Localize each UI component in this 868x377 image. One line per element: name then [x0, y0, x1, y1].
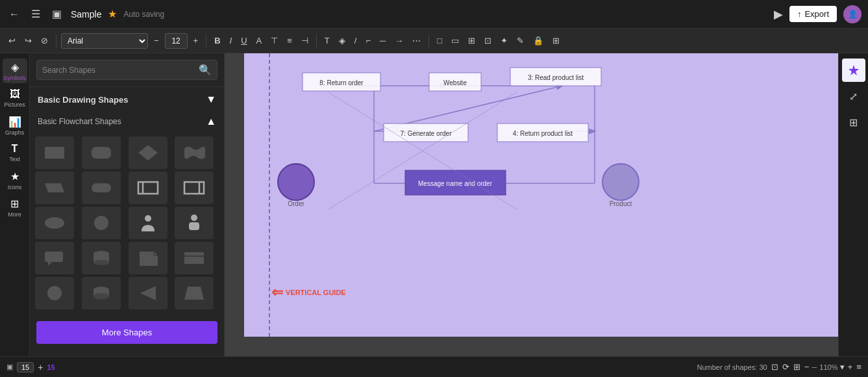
shape-rect[interactable]: [35, 136, 74, 169]
dash-button[interactable]: ⋯: [409, 34, 424, 47]
ai-button[interactable]: [842, 58, 865, 82]
line-style-button[interactable]: ─: [377, 34, 389, 47]
panel-button[interactable]: ≡: [856, 362, 862, 372]
sidebar-item-icons[interactable]: ★ Icons: [3, 168, 27, 192]
extra2-button[interactable]: ⊡: [481, 34, 495, 47]
svg-point-24: [93, 293, 109, 300]
text-button[interactable]: T: [321, 34, 333, 47]
shape-rounded-rect[interactable]: [82, 136, 121, 169]
more-shapes-button[interactable]: More Shapes: [36, 321, 217, 344]
fit-button[interactable]: ⊡: [771, 362, 778, 372]
shape-open-rect[interactable]: [129, 172, 167, 204]
zoom-in-button[interactable]: +: [847, 362, 852, 372]
back-button[interactable]: ←: [6, 6, 22, 23]
vertical-guide-label: ⇐ VERTICAL GUIDE: [271, 284, 346, 301]
basic-flowchart-section-header[interactable]: Basic Flowchart Shapes ▲: [30, 112, 224, 131]
shape-barrel[interactable]: [82, 277, 121, 309]
underline-button[interactable]: U: [238, 34, 250, 47]
basic-drawing-section-header[interactable]: Basic Drawing Shapes ▼: [30, 87, 224, 112]
bold-button[interactable]: B: [211, 34, 223, 47]
separator2: [206, 34, 206, 47]
redo-button[interactable]: ↪: [21, 34, 35, 47]
font-size-input[interactable]: [165, 33, 188, 49]
shape-pill[interactable]: [82, 172, 121, 204]
svg-rect-14: [45, 252, 63, 262]
undo-button[interactable]: ↩: [5, 34, 19, 47]
align-top-button[interactable]: ⊤: [267, 34, 281, 47]
extra1-button[interactable]: ⊞: [465, 34, 478, 47]
export-icon: ↑: [797, 9, 802, 19]
shape-open-rect2[interactable]: [175, 172, 214, 204]
shape-wave[interactable]: [175, 136, 214, 169]
add-page-button[interactable]: +: [38, 362, 43, 372]
sidebar-item-text[interactable]: T Text: [3, 140, 27, 165]
svg-point-11: [145, 215, 151, 222]
table-button[interactable]: ⊞: [549, 34, 563, 47]
rect-button[interactable]: □: [434, 34, 445, 47]
tab-button[interactable]: ▣: [49, 5, 64, 23]
align-right-button[interactable]: ⊣: [298, 34, 312, 47]
fill-button[interactable]: ◈: [336, 34, 349, 47]
menu-button[interactable]: ☰: [29, 5, 43, 23]
shape-circle2[interactable]: [35, 277, 74, 309]
sidebar-item-graphs[interactable]: 📊 Graphs: [3, 113, 27, 138]
cursor-button[interactable]: ⊘: [38, 34, 51, 47]
extra3-button[interactable]: ✦: [497, 34, 511, 47]
zoom-minus-icon: ─: [812, 363, 817, 371]
graphs-label: Graphs: [5, 129, 25, 136]
lock-button[interactable]: 🔒: [530, 34, 547, 47]
page-number-display[interactable]: 15: [17, 362, 34, 372]
play-button[interactable]: ▶: [774, 7, 783, 21]
canvas-area[interactable]: 8: Return order Website 3: Read product …: [225, 53, 838, 356]
svg-marker-26: [184, 287, 204, 300]
sync-button[interactable]: ⟳: [782, 362, 789, 372]
icons-icon: ★: [10, 170, 19, 183]
arrow-button[interactable]: →: [391, 34, 406, 47]
shape-person[interactable]: [129, 207, 167, 239]
corner-button[interactable]: ⌐: [362, 34, 374, 47]
font-size-plus-button[interactable]: +: [190, 34, 202, 47]
shape-striped-rect[interactable]: [175, 242, 214, 274]
shape-note[interactable]: [129, 242, 167, 274]
search-input[interactable]: [42, 66, 199, 75]
export-button[interactable]: ↑ Export: [789, 6, 837, 22]
shape-callout[interactable]: [35, 242, 74, 274]
align-center-button[interactable]: ≡: [284, 34, 295, 47]
shape-ellipse[interactable]: [35, 207, 74, 239]
font-size-minus-button[interactable]: −: [151, 34, 162, 47]
svg-text:8: Return order: 8: Return order: [319, 79, 364, 86]
shape-circle[interactable]: [82, 207, 121, 239]
shape-person2[interactable]: [175, 207, 214, 239]
font-family-select[interactable]: Arial Helvetica Times New Roman: [61, 33, 148, 49]
svg-text:Order: Order: [288, 200, 304, 207]
zoom-out-button[interactable]: −: [804, 362, 810, 372]
shape-cylinder[interactable]: [82, 242, 121, 274]
resize-button[interactable]: ⤢: [842, 84, 865, 108]
sidebar-item-pictures[interactable]: 🖼 Pictures: [3, 86, 27, 110]
graphs-icon: 📊: [8, 116, 21, 128]
edit-button[interactable]: ✎: [514, 34, 527, 47]
svg-point-18: [93, 260, 109, 265]
shape-parallelogram[interactable]: [35, 172, 74, 204]
text-label: Text: [9, 156, 20, 162]
layout-button[interactable]: ⊞: [793, 362, 800, 372]
shape-triangle-left[interactable]: [129, 277, 167, 309]
grid-button[interactable]: ⊞: [842, 110, 865, 134]
symbols-icon: ◈: [11, 61, 19, 73]
line-button[interactable]: /: [351, 34, 360, 47]
svg-rect-19: [184, 252, 204, 264]
font-color-button[interactable]: A: [253, 34, 266, 47]
shape-diamond[interactable]: [129, 136, 167, 169]
shape-trapezoid[interactable]: [175, 277, 214, 309]
sidebar-item-symbols[interactable]: ◈ Symbols: [3, 58, 27, 83]
bottom-bar-left: ▣ 15 + 15: [6, 362, 55, 372]
bottom-bar-right: Number of shapes: 30 ⊡ ⟳ ⊞ − ─ 110% ▾ + …: [697, 362, 862, 372]
rect2-button[interactable]: ▭: [448, 34, 462, 47]
zoom-dropdown-button[interactable]: ▾: [840, 362, 845, 372]
search-container: 🔍: [30, 53, 224, 87]
italic-button[interactable]: I: [227, 34, 236, 47]
sidebar-item-more[interactable]: ⊞ More: [3, 195, 27, 220]
top-bar-left: ← ☰ ▣ Sample ★ Auto saving: [6, 5, 164, 23]
expand-panel-icon[interactable]: ▣: [6, 363, 13, 371]
star-icon[interactable]: ★: [108, 8, 117, 20]
